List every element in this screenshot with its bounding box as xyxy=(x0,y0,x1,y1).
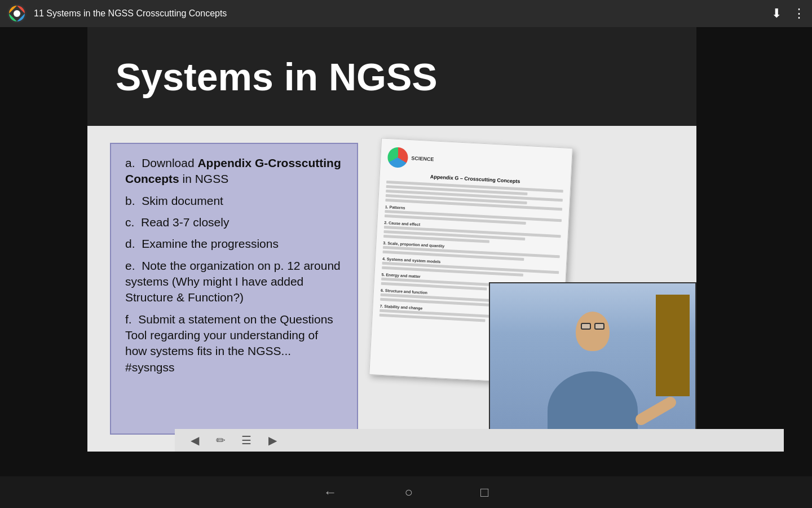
app-logo xyxy=(7,3,27,24)
list-item-c: c. Read 3-7 closely xyxy=(125,214,343,230)
person-glasses xyxy=(581,323,604,330)
person-head xyxy=(576,312,610,351)
top-bar: 11 Systems in the NGSS Crosscutting Conc… xyxy=(0,0,812,27)
list-item-d: d. Examine the progressions xyxy=(125,236,343,252)
bottom-bar: ← ○ □ xyxy=(0,476,812,508)
bookshelf xyxy=(656,295,690,396)
system-back-icon[interactable]: ← xyxy=(324,484,337,500)
glass-lens-right xyxy=(594,323,604,330)
slide-back-button[interactable]: ◀ xyxy=(186,432,203,449)
system-home-icon[interactable]: ○ xyxy=(405,484,413,500)
slide-title: Systems in NGSS xyxy=(116,55,438,99)
slide-body: a. Download Appendix G-Crosscutting Conc… xyxy=(87,126,696,452)
list-item-e: e. Note the organization on p. 12 around… xyxy=(125,258,343,306)
slide-header: Systems in NGSS xyxy=(87,27,696,126)
window-title: 11 Systems in the NGSS Crosscutting Conc… xyxy=(34,8,771,19)
list-item-b: b. Skim document xyxy=(125,193,343,209)
download-icon[interactable]: ⬇ xyxy=(771,6,782,21)
webcam-person xyxy=(490,283,695,450)
slide-forward-button[interactable]: ▶ xyxy=(264,432,281,449)
doc-logo-text: SCIENCE xyxy=(411,155,434,163)
glass-lens-left xyxy=(581,323,591,330)
doc-logo: SCIENCE xyxy=(387,147,565,176)
system-recents-icon[interactable]: □ xyxy=(480,484,489,500)
slide-list-button[interactable]: ☰ xyxy=(238,432,255,449)
svg-point-1 xyxy=(14,10,20,17)
slide-edit-button[interactable]: ✏ xyxy=(212,432,229,449)
main-content: Systems in NGSS a. Download Appendix G-C… xyxy=(0,27,812,476)
arm-right xyxy=(633,395,678,427)
list-item-f: f. Submit a statement on the Questions T… xyxy=(125,312,343,375)
top-bar-actions: ⬇ ⋮ xyxy=(771,6,805,21)
webcam-overlay xyxy=(489,282,696,452)
doc-logo-circle xyxy=(387,147,409,168)
slide-list-box: a. Download Appendix G-Crosscutting Conc… xyxy=(110,143,358,435)
list-item-a: a. Download Appendix G-Crosscutting Conc… xyxy=(125,155,343,187)
slide-nav: ◀ ✏ ☰ ▶ xyxy=(175,429,784,452)
more-options-icon[interactable]: ⋮ xyxy=(793,6,805,21)
slide-container: Systems in NGSS a. Download Appendix G-C… xyxy=(87,27,696,452)
